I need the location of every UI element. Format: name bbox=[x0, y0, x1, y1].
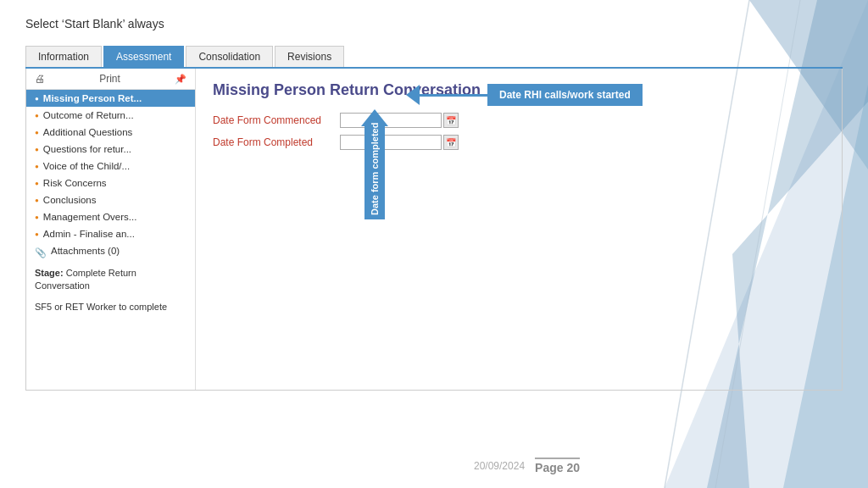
calendar-commenced-button[interactable]: 📅 bbox=[443, 113, 459, 128]
sidebar-item-outcome[interactable]: ● Outcome of Return... bbox=[26, 107, 195, 124]
sidebar-item-additional[interactable]: ● Additional Questions bbox=[26, 124, 195, 141]
up-arrow-label: Date form completed bbox=[370, 130, 380, 215]
form-area: Missing Person Return Conversation Date … bbox=[196, 69, 842, 390]
sidebar-item-label: Attachments (0) bbox=[51, 246, 120, 256]
up-arrow-annotation: Date form completed bbox=[361, 109, 388, 219]
sidebar-item-admin[interactable]: ● Admin - Finalise an... bbox=[26, 225, 195, 242]
attachment-icon: 📎 bbox=[35, 247, 47, 258]
bullet-icon: ● bbox=[35, 197, 39, 204]
date-commenced-label: Date Form Commenced bbox=[213, 114, 340, 126]
page-instruction: Select ‘Start Blank’ always bbox=[25, 17, 843, 30]
sidebar-item-questions[interactable]: ● Questions for retur... bbox=[26, 141, 195, 158]
sidebar-item-risk[interactable]: ● Risk Concerns bbox=[26, 175, 195, 191]
bullet-icon: ● bbox=[35, 146, 39, 153]
sidebar-item-conclusions[interactable]: ● Conclusions bbox=[26, 191, 195, 208]
sidebar-item-label: Voice of the Child/... bbox=[43, 161, 130, 171]
sidebar-item-management[interactable]: ● Management Overs... bbox=[26, 208, 195, 225]
sidebar-item-label: Admin - Finalise an... bbox=[43, 229, 135, 239]
bullet-icon: ● bbox=[35, 180, 39, 187]
calendar-completed-button[interactable]: 📅 bbox=[443, 135, 459, 150]
sidebar-print-bar: 🖨 Print 📌 bbox=[26, 69, 195, 90]
sidebar-item-label: Management Overs... bbox=[43, 212, 137, 222]
right-arrow-annotation: Date RHI calls/work started bbox=[406, 84, 643, 106]
date-commenced-input[interactable] bbox=[340, 113, 442, 128]
page-footer: 20/09/2024 Page 20 bbox=[474, 458, 580, 474]
bullet-icon: ● bbox=[35, 95, 39, 103]
sidebar-item-active[interactable]: ● Missing Person Ret... bbox=[26, 90, 195, 107]
date-completed-label: Date Form Completed bbox=[213, 136, 340, 148]
sidebar-item-label: Conclusions bbox=[43, 195, 97, 205]
tab-consolidation[interactable]: Consolidation bbox=[186, 46, 273, 67]
bullet-icon: ● bbox=[35, 163, 39, 170]
sidebar-worker: SF5 or RET Worker to complete bbox=[26, 298, 195, 315]
form-row-commenced: Date Form Commenced 📅 bbox=[213, 113, 825, 128]
sidebar-item-attachments[interactable]: 📎 Attachments (0) bbox=[26, 242, 195, 262]
callout-label: Date RHI calls/work started bbox=[487, 84, 643, 106]
bullet-icon: ● bbox=[35, 112, 39, 119]
tab-bar: Information Assessment Consolidation Rev… bbox=[25, 46, 843, 69]
footer-date: 20/09/2024 bbox=[474, 460, 525, 472]
print-icon: 🖨 bbox=[35, 73, 45, 85]
sidebar-pin-icon: 📌 bbox=[175, 74, 186, 85]
page-number: Page 20 bbox=[535, 458, 580, 474]
sidebar-active-label: Missing Person Ret... bbox=[43, 93, 142, 103]
stage-label: Stage: bbox=[35, 268, 64, 278]
sidebar-item-label: Risk Concerns bbox=[43, 178, 107, 188]
date-completed-input[interactable] bbox=[340, 135, 442, 150]
tab-revisions[interactable]: Revisions bbox=[275, 46, 344, 67]
tab-assessment[interactable]: Assessment bbox=[103, 46, 184, 67]
sidebar-stage: Stage: Complete Return Conversation bbox=[26, 262, 195, 298]
sidebar: 🖨 Print 📌 ● Missing Person Ret... ● Outc… bbox=[26, 69, 196, 390]
bullet-icon: ● bbox=[35, 214, 39, 221]
tab-information[interactable]: Information bbox=[25, 46, 102, 67]
print-label[interactable]: Print bbox=[99, 73, 120, 85]
sidebar-item-label: Additional Questions bbox=[43, 127, 132, 137]
form-row-completed: Date Form Completed 📅 bbox=[213, 135, 825, 150]
sidebar-item-label: Outcome of Return... bbox=[43, 110, 134, 120]
main-panel: 🖨 Print 📌 ● Missing Person Ret... ● Outc… bbox=[25, 69, 843, 391]
bullet-icon: ● bbox=[35, 230, 39, 238]
bullet-icon: ● bbox=[35, 129, 39, 136]
sidebar-item-label: Questions for retur... bbox=[43, 144, 131, 154]
sidebar-item-voice[interactable]: ● Voice of the Child/... bbox=[26, 158, 195, 175]
